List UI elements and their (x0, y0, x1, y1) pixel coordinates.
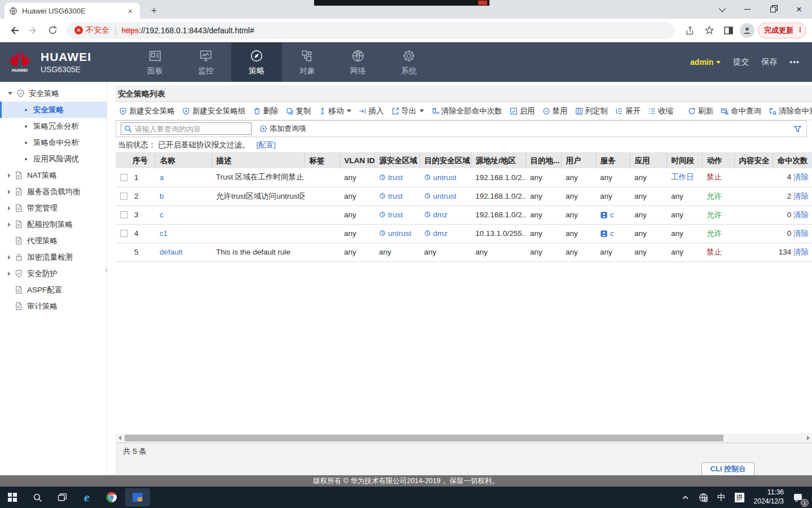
tree-collapse-icon[interactable] (8, 92, 12, 95)
clear-hits-link[interactable]: 清除 (793, 211, 809, 219)
zone-link[interactable]: dmz (424, 211, 471, 219)
nav-item-monitor[interactable]: 监控 (180, 42, 231, 82)
row-checkbox[interactable] (120, 192, 127, 200)
search-box[interactable] (121, 122, 251, 135)
user-menu[interactable]: admin (690, 58, 721, 67)
window-minimize-button[interactable] (734, 0, 760, 19)
task-view-icon[interactable] (50, 487, 74, 508)
header-more-icon[interactable]: ••• (789, 58, 800, 67)
sidebar-item-server-lb[interactable]: 服务器负载均衡 (0, 183, 107, 200)
zone-link[interactable]: untrust (379, 229, 420, 238)
toolbar-copy-button[interactable]: 复制 (286, 106, 311, 116)
sidebar-item-audit[interactable]: 审计策略 (0, 298, 107, 314)
advanced-filter-icon[interactable] (793, 125, 802, 133)
clear-hits-link[interactable]: 清除 (793, 248, 809, 256)
browser-menu-icon[interactable]: ⋮ (797, 29, 800, 32)
scroll-right-icon[interactable] (804, 436, 812, 440)
url-omnibox[interactable]: ✕ 不安全 | https://192.168.0.1:8443/default… (67, 22, 674, 39)
row-checkbox[interactable] (120, 211, 127, 218)
policy-name-link[interactable]: c1 (160, 229, 167, 238)
toolbar-collapse-button[interactable]: 收缩 (648, 106, 673, 116)
tree-expand-icon[interactable] (8, 173, 11, 178)
toolbar-shield-plus-button[interactable]: 新建安全策略 (119, 106, 175, 116)
policy-name-link[interactable]: b (160, 192, 164, 200)
sidebar-item-sub-2[interactable]: 策略冗余分析 (0, 118, 107, 134)
policy-name-link[interactable]: default (160, 248, 183, 256)
sidebar-item-sub-1[interactable]: 安全策略 (0, 102, 107, 118)
sidebar-item-protection[interactable]: 安全防护 (0, 265, 107, 282)
sidebar-item-quota[interactable]: 配额控制策略 (0, 216, 107, 233)
zone-link[interactable]: dmz (424, 229, 471, 238)
nav-item-policy[interactable]: 策略 (231, 42, 282, 82)
sidebar-item-bandwidth[interactable]: 带宽管理 (0, 200, 107, 216)
tree-expand-icon[interactable] (8, 222, 11, 227)
row-checkbox[interactable] (120, 174, 127, 181)
toolbar-insert-button[interactable]: 插入 (359, 106, 384, 116)
side-panel-icon[interactable] (721, 23, 736, 38)
sidebar-item-nat-policy[interactable]: NAT策略 (0, 167, 107, 183)
internet-explorer-icon[interactable]: e (74, 487, 99, 508)
clear-hits-link[interactable]: 清除 (793, 192, 809, 200)
sidebar-item-aspf[interactable]: ASPF配置 (0, 282, 107, 298)
start-button[interactable] (0, 487, 25, 508)
toolbar-export-button[interactable]: 导出 (391, 106, 424, 116)
horizontal-scrollbar[interactable] (116, 433, 812, 443)
toolbar-shield-plus-button[interactable]: 新建安全策略组 (182, 106, 246, 116)
toolbar-move-button[interactable]: 移动 (319, 106, 351, 116)
profile-avatar[interactable] (740, 23, 754, 38)
add-query-button[interactable]: 添加查询项 (259, 124, 306, 134)
toolbar-clear-all-hits-button[interactable]: 00清除全部命中次数 (431, 106, 502, 116)
zone-link[interactable]: trust (379, 173, 420, 182)
zone-link[interactable]: trust (379, 192, 420, 200)
sidebar-item-sub-3[interactable]: 策略命中分析 (0, 134, 107, 151)
tree-expand-icon[interactable] (8, 271, 11, 276)
window-dropdown-icon[interactable] (708, 0, 734, 19)
nav-item-object[interactable]: 对象 (282, 42, 333, 82)
zone-link[interactable]: trust (379, 211, 420, 219)
cli-console-button[interactable]: CLI 控制台 (701, 462, 754, 476)
active-app-icon[interactable] (125, 488, 150, 506)
tray-chevron-up-icon[interactable] (677, 487, 694, 508)
row-checkbox[interactable] (120, 230, 127, 237)
toolbar-enable-button[interactable]: 启用 (510, 106, 535, 116)
toolbar-columns-button[interactable]: 列定制 (575, 106, 608, 116)
zone-link[interactable]: untrust (424, 173, 471, 182)
ime-language-indicator[interactable]: 中 (713, 487, 730, 508)
sidebar-item-security-policy[interactable]: 安全策略 (0, 85, 107, 102)
tree-expand-icon[interactable] (8, 190, 11, 194)
toolbar-disable-button[interactable]: 禁用 (542, 106, 568, 116)
status-config-link[interactable]: [配置] (257, 140, 276, 150)
zone-link[interactable]: untrust (424, 192, 471, 200)
toolbar-trash-button[interactable]: 删除 (253, 106, 279, 116)
bookmark-star-icon[interactable] (701, 23, 717, 38)
submit-button[interactable]: 提交 (733, 57, 749, 67)
clear-hits-link[interactable]: 清除 (793, 173, 809, 181)
new-tab-button[interactable]: + (148, 5, 160, 17)
search-input[interactable] (135, 125, 248, 133)
window-close-button[interactable]: × (786, 0, 812, 19)
sidebar-item-sub-4[interactable]: 应用风险调优 (0, 151, 107, 167)
toolbar-hit-query-button[interactable]: 命中查询 (721, 106, 761, 116)
toolbar-expand-button[interactable]: 展开 (615, 106, 641, 116)
policy-name-link[interactable]: a (160, 173, 164, 182)
ime-mode-indicator[interactable]: 拼 (731, 487, 748, 508)
service-link[interactable]: c (610, 229, 614, 238)
service-link[interactable]: c (610, 211, 614, 219)
scrollbar-thumb[interactable] (125, 435, 723, 441)
taskbar-search-icon[interactable] (25, 487, 50, 508)
nav-item-network[interactable]: 网络 (333, 42, 383, 82)
tree-expand-icon[interactable] (8, 206, 11, 211)
stop-share-icon[interactable] (478, 1, 487, 5)
window-restore-button[interactable] (760, 0, 786, 19)
save-button[interactable]: 保存 (761, 57, 777, 67)
back-button[interactable] (6, 22, 23, 39)
tab-close-icon[interactable]: × (125, 6, 135, 16)
nav-item-dashboard[interactable]: 面板 (130, 42, 180, 82)
forward-button[interactable] (25, 22, 42, 39)
toolbar-refresh-button[interactable]: 刷新 (688, 106, 713, 116)
clear-hits-link[interactable]: 清除 (793, 229, 809, 238)
not-secure-warning[interactable]: ✕ 不安全 (74, 25, 109, 36)
share-icon[interactable] (682, 23, 698, 38)
sidebar-item-proxy[interactable]: 代理策略 (0, 233, 107, 249)
notification-center-icon[interactable]: 1 (789, 487, 806, 508)
